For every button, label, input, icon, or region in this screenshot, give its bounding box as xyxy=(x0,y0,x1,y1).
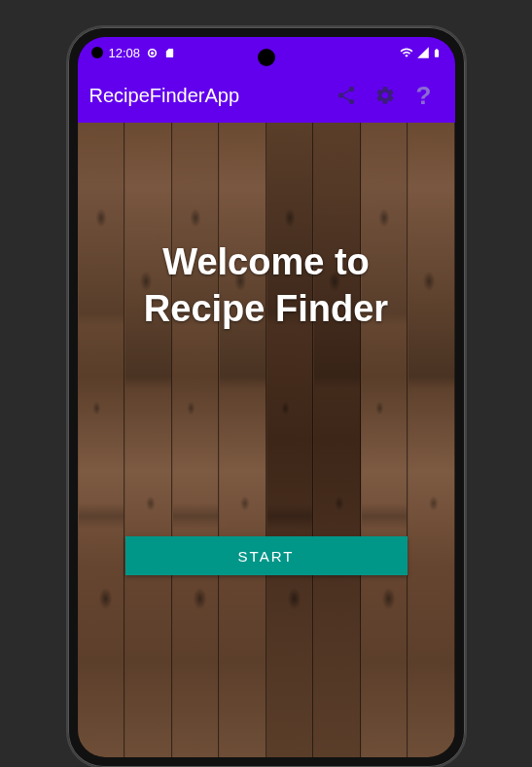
sd-card-icon xyxy=(164,47,175,59)
gear-icon xyxy=(374,85,396,106)
share-icon xyxy=(336,85,357,106)
status-right xyxy=(399,46,442,60)
app-bar: RecipeFinderApp ? xyxy=(78,68,455,123)
signal-icon xyxy=(416,46,430,59)
settings-button[interactable] xyxy=(366,76,405,115)
start-button[interactable]: START xyxy=(125,536,408,575)
status-left: 12:08 xyxy=(91,46,176,60)
share-button[interactable] xyxy=(327,76,366,115)
main-content: Welcome to Recipe Finder START xyxy=(78,123,455,757)
camera-notch xyxy=(258,49,275,66)
phone-frame: 12:08 RecipeFinderApp ? xyxy=(68,27,465,767)
app-title: RecipeFinderApp xyxy=(89,85,327,107)
welcome-title: Welcome to Recipe Finder xyxy=(144,239,388,332)
status-indicator-dot xyxy=(91,47,103,58)
circle-icon xyxy=(146,47,159,59)
status-time: 12:08 xyxy=(109,46,141,60)
wood-background xyxy=(78,123,455,757)
wifi-icon xyxy=(399,46,414,59)
help-icon: ? xyxy=(416,81,432,111)
svg-point-1 xyxy=(151,51,154,54)
screen: 12:08 RecipeFinderApp ? xyxy=(78,37,455,757)
help-button[interactable]: ? xyxy=(405,76,443,115)
battery-icon xyxy=(432,46,442,60)
